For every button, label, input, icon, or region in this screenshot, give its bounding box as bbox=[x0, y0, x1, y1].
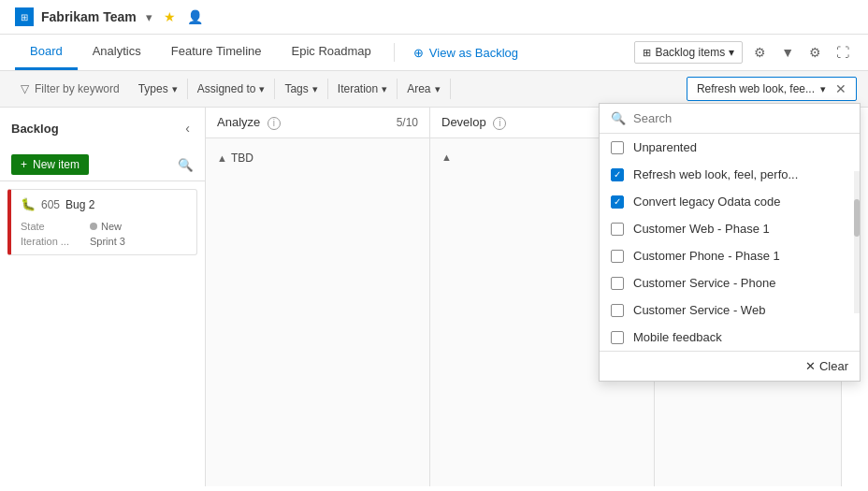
right-nav: ⊞ Backlog items ▾ ⚙ ▼ ⚙ ⛶ bbox=[634, 41, 853, 64]
sidebar-collapse-button[interactable]: ‹ bbox=[181, 117, 194, 139]
dropdown-item-customer-web-p1[interactable]: Customer Web - Phase 1 bbox=[600, 215, 860, 242]
sidebar: Backlog ‹ + New item 🔍 🐛 605 Bug 2 State… bbox=[0, 108, 206, 486]
dropdown-item-customer-phone-p1[interactable]: Customer Phone - Phase 1 bbox=[600, 242, 860, 269]
dropdown-item-customer-service-web[interactable]: Customer Service - Web bbox=[600, 296, 860, 324]
iteration-label: Iteration bbox=[338, 82, 378, 95]
nav-tabs: Board Analytics Feature Timeline Epic Ro… bbox=[0, 35, 868, 71]
checkbox-refresh-web: ✓ bbox=[611, 168, 624, 181]
card-id: 605 bbox=[41, 198, 60, 211]
tab-epic-roadmap[interactable]: Epic Roadmap bbox=[277, 35, 386, 70]
iteration-chevron-icon bbox=[382, 82, 387, 95]
develop-info-icon[interactable]: i bbox=[493, 117, 506, 130]
view-backlog-label: View as Backlog bbox=[429, 46, 518, 60]
dropdown-item-unparented[interactable]: Unparented bbox=[600, 134, 860, 161]
gear-icon-button[interactable]: ⚙ bbox=[805, 41, 825, 64]
tab-feature-timeline[interactable]: Feature Timeline bbox=[156, 35, 277, 70]
team-chevron-icon[interactable]: ▾ bbox=[146, 10, 152, 24]
filter-icon: ▽ bbox=[21, 82, 29, 95]
settings-sliders-button[interactable]: ⚙ bbox=[750, 41, 770, 64]
checkbox-customer-web-p1 bbox=[611, 223, 624, 236]
dropdown-scrollbar-track[interactable] bbox=[854, 171, 860, 313]
area-label: Area bbox=[407, 82, 430, 95]
sidebar-actions: + New item 🔍 bbox=[0, 149, 205, 181]
clear-x-icon: ✕ bbox=[805, 359, 816, 373]
iteration-dropdown: 🔍 Unparented✓Refresh web look, feel, per… bbox=[599, 103, 861, 382]
types-filter-button[interactable]: Types bbox=[129, 79, 188, 99]
active-filter-label: Refresh web look, fee... bbox=[697, 82, 815, 95]
col-body-analyze: ▲ TBD bbox=[206, 138, 429, 487]
types-chevron-icon bbox=[172, 82, 178, 95]
area-filter-button[interactable]: Area bbox=[398, 79, 450, 99]
iteration-meta-label: Iteration ... bbox=[21, 236, 86, 247]
dropdown-item-label-customer-service-web: Customer Service - Web bbox=[633, 303, 765, 317]
dropdown-search-input[interactable] bbox=[633, 111, 848, 125]
dropdown-item-mobile-feedback[interactable]: Mobile feedback bbox=[600, 324, 860, 351]
clear-filter-button[interactable]: ✕ bbox=[835, 81, 846, 96]
sidebar-search-button[interactable]: 🔍 bbox=[178, 158, 194, 172]
tab-board[interactable]: Board bbox=[15, 35, 78, 70]
tbd-label: TBD bbox=[231, 152, 253, 165]
state-dot-icon bbox=[90, 223, 97, 230]
filter-keyword-label: Filter by keyword bbox=[35, 82, 120, 95]
backlog-icon: ⊕ bbox=[413, 46, 424, 60]
checkbox-customer-service-web bbox=[611, 304, 624, 317]
nav-divider bbox=[394, 43, 395, 62]
state-value: New bbox=[101, 221, 122, 232]
dropdown-footer: ✕ Clear bbox=[600, 351, 860, 381]
types-label: Types bbox=[138, 82, 168, 95]
team-name: Fabrikam Team bbox=[41, 9, 137, 24]
filter-keyword-section: ▽ Filter by keyword bbox=[11, 79, 129, 99]
backlog-items-chevron: ▾ bbox=[729, 46, 734, 59]
checkbox-customer-phone-p1 bbox=[611, 250, 624, 263]
col-title-develop: Develop i bbox=[441, 115, 506, 130]
backlog-items-label: Backlog items bbox=[655, 46, 725, 59]
analyze-count: 5/10 bbox=[397, 116, 418, 129]
analyze-info-icon[interactable]: i bbox=[268, 117, 281, 130]
develop-chevron-icon: ▲ bbox=[441, 152, 452, 163]
dropdown-item-refresh-web[interactable]: ✓Refresh web look, feel, perfo... bbox=[600, 161, 860, 188]
dropdown-item-label-unparented: Unparented bbox=[633, 140, 697, 154]
app-icon: ⊞ bbox=[15, 7, 34, 26]
clear-label: Clear bbox=[819, 359, 848, 373]
plus-icon: + bbox=[21, 158, 27, 171]
tags-label: Tags bbox=[284, 82, 308, 95]
tab-analytics[interactable]: Analytics bbox=[78, 35, 156, 70]
tbd-chevron-icon: ▲ bbox=[217, 152, 227, 164]
iteration-filter-button[interactable]: Iteration bbox=[328, 79, 398, 99]
dropdown-search-area: 🔍 bbox=[600, 104, 860, 134]
people-icon[interactable]: 👤 bbox=[187, 9, 203, 24]
dropdown-item-label-customer-service-phone: Customer Service - Phone bbox=[633, 276, 775, 290]
add-item-button[interactable]: + New item bbox=[11, 154, 89, 175]
dropdown-scrollbar-thumb[interactable] bbox=[854, 199, 860, 237]
sidebar-title: Backlog bbox=[11, 122, 59, 136]
add-item-label: New item bbox=[33, 158, 80, 171]
favorite-icon[interactable]: ★ bbox=[164, 9, 176, 24]
backlog-items-button[interactable]: ⊞ Backlog items ▾ bbox=[634, 41, 743, 64]
dropdown-list: Unparented✓Refresh web look, feel, perfo… bbox=[600, 134, 860, 351]
dropdown-item-convert-legacy[interactable]: ✓Convert legacy Odata code bbox=[600, 188, 860, 215]
active-filter-pill[interactable]: Refresh web look, fee... ✕ bbox=[687, 77, 857, 101]
col-title-analyze: Analyze i bbox=[217, 115, 281, 130]
dropdown-item-label-customer-web-p1: Customer Web - Phase 1 bbox=[633, 222, 770, 236]
card-name: Bug 2 bbox=[65, 198, 94, 211]
expand-icon-button[interactable]: ⛶ bbox=[832, 41, 853, 64]
state-value-area: New bbox=[90, 221, 187, 232]
view-as-backlog-button[interactable]: ⊕ View as Backlog bbox=[402, 40, 529, 65]
dropdown-search-icon: 🔍 bbox=[611, 111, 626, 125]
analyze-title: Analyze bbox=[217, 115, 260, 129]
filter-icon-button[interactable]: ▼ bbox=[777, 41, 798, 64]
card-title-area: 🐛 605 Bug 2 bbox=[21, 197, 187, 211]
area-chevron-icon bbox=[435, 82, 441, 95]
col-header-analyze: Analyze i 5/10 bbox=[206, 108, 429, 138]
tags-filter-button[interactable]: Tags bbox=[275, 79, 327, 99]
backlog-card[interactable]: 🐛 605 Bug 2 State New Iteration ... Spri… bbox=[7, 189, 197, 255]
assigned-to-filter-button[interactable]: Assigned to bbox=[188, 79, 276, 99]
tags-chevron-icon bbox=[312, 82, 318, 95]
checkbox-unparented bbox=[611, 141, 624, 154]
clear-button[interactable]: ✕ Clear bbox=[805, 359, 848, 373]
dropdown-item-label-mobile-feedback: Mobile feedback bbox=[633, 330, 722, 344]
dropdown-item-customer-service-phone[interactable]: Customer Service - Phone bbox=[600, 269, 860, 296]
checkbox-convert-legacy: ✓ bbox=[611, 195, 624, 209]
top-bar: ⊞ Fabrikam Team ▾ ★ 👤 bbox=[0, 0, 868, 35]
sidebar-header: Backlog ‹ bbox=[0, 108, 205, 149]
